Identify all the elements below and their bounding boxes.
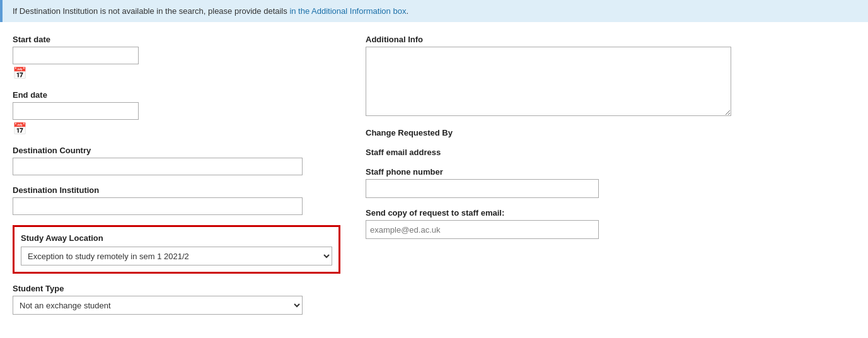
study-away-location-label: Study Away Location bbox=[21, 233, 332, 243]
destination-institution-group: Destination Institution bbox=[13, 185, 340, 215]
send-copy-label: Send copy of request to staff email: bbox=[366, 208, 731, 218]
student-type-select[interactable]: Not an exchange student Exchange student bbox=[13, 296, 303, 315]
additional-info-textarea[interactable] bbox=[366, 47, 731, 116]
destination-institution-input[interactable] bbox=[13, 197, 303, 215]
destination-country-label: Destination Country bbox=[13, 146, 340, 155]
staff-phone-number-label: Staff phone number bbox=[366, 167, 731, 177]
destination-institution-label: Destination Institution bbox=[13, 185, 340, 195]
start-date-calendar-icon[interactable]: 📅 bbox=[13, 66, 26, 80]
form-right: Additional Info Change Requested By Staf… bbox=[366, 35, 731, 325]
start-date-input[interactable] bbox=[13, 47, 139, 64]
start-date-group: Start date 📅 bbox=[13, 35, 340, 80]
info-banner: If Destination Institution is not availa… bbox=[0, 0, 868, 22]
page-wrapper: If Destination Institution is not availa… bbox=[0, 0, 868, 338]
change-requested-by-label: Change Requested By bbox=[366, 128, 731, 137]
destination-country-input[interactable] bbox=[13, 158, 303, 175]
study-away-location-group: Study Away Location Exception to study r… bbox=[13, 225, 340, 274]
banner-text-after: . bbox=[406, 6, 408, 16]
end-date-input[interactable] bbox=[13, 102, 139, 120]
student-type-label: Student Type bbox=[13, 284, 340, 293]
change-requested-by-group: Change Requested By bbox=[366, 128, 731, 137]
end-date-group: End date 📅 bbox=[13, 90, 340, 136]
staff-phone-number-input[interactable] bbox=[366, 179, 599, 198]
additional-info-label: Additional Info bbox=[366, 35, 731, 44]
end-date-wrapper: 📅 bbox=[13, 102, 340, 136]
form-left: Start date 📅 End date 📅 Destination Coun… bbox=[13, 35, 340, 325]
banner-link[interactable]: in the Additional Information box bbox=[289, 6, 406, 16]
study-away-location-select[interactable]: Exception to study remotely in sem 1 202… bbox=[21, 247, 332, 265]
send-copy-group: Send copy of request to staff email: bbox=[366, 208, 731, 239]
form-layout: Start date 📅 End date 📅 Destination Coun… bbox=[0, 35, 868, 325]
start-date-wrapper: 📅 bbox=[13, 47, 340, 80]
staff-phone-number-group: Staff phone number bbox=[366, 167, 731, 198]
end-date-calendar-icon[interactable]: 📅 bbox=[13, 122, 26, 136]
send-copy-input[interactable] bbox=[366, 220, 599, 239]
additional-info-group: Additional Info bbox=[366, 35, 731, 118]
student-type-group: Student Type Not an exchange student Exc… bbox=[13, 284, 340, 315]
end-date-label: End date bbox=[13, 90, 340, 100]
destination-country-group: Destination Country bbox=[13, 146, 340, 175]
staff-email-address-group: Staff email address bbox=[366, 148, 731, 157]
start-date-label: Start date bbox=[13, 35, 340, 44]
staff-email-address-label: Staff email address bbox=[366, 148, 731, 157]
banner-text-before: If Destination Institution is not availa… bbox=[13, 6, 289, 16]
